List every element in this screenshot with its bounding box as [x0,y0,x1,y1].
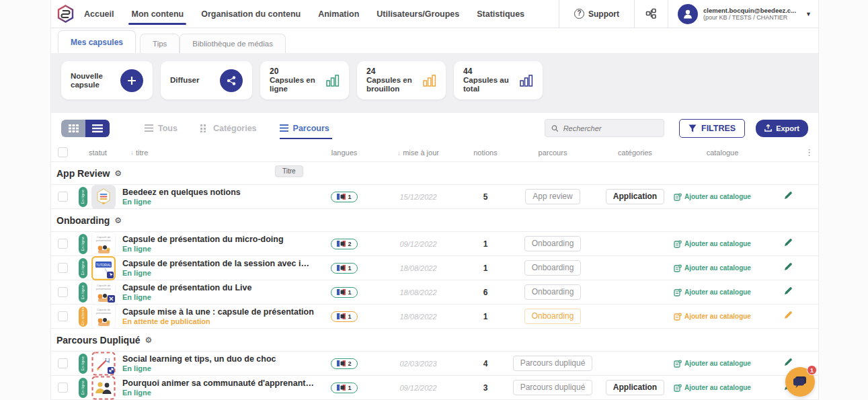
org-switch-button[interactable] [634,0,668,28]
capsule-info[interactable]: Capsule de présentation du Live En ligne [122,283,314,302]
nav-item-statistiques[interactable]: Statistiques [477,0,524,28]
add-to-catalog-link[interactable]: Ajouter au catalogue [674,360,771,368]
language-badge[interactable]: 1 [331,383,357,393]
column-catalogue[interactable]: catalogue [674,149,771,157]
stat-card-capsules-en-ligne[interactable]: 20 Capsules en ligne [260,61,349,99]
thumbnail[interactable]: TUTORIAL [91,256,122,280]
language-badge[interactable]: 2 [331,239,357,249]
capsule-title[interactable]: Pourquoi animer sa communauté d'apprenan… [122,378,314,388]
capsule-title[interactable]: Capsule de présentation de la session av… [122,259,314,268]
tab-mes-capsules[interactable]: Mes capsules [58,30,136,53]
stat-card-capsules-en-brouillon[interactable]: 24 Capsules en brouillon [357,61,446,99]
add-to-catalog-link[interactable]: Ajouter au catalogue [674,288,771,296]
scope-tab-parcours[interactable]: Parcours [280,113,329,143]
gear-icon[interactable]: ⚙ [114,169,122,178]
card-nouvelle-capsule[interactable]: Nouvelle capsule [61,61,153,99]
select-all-checkbox[interactable] [58,147,68,157]
capsule-title[interactable]: Capsule mise à la une : capsule de prése… [122,307,314,317]
edit-button[interactable] [783,286,793,298]
beedeez-logo[interactable] [51,5,84,23]
thumbnail[interactable] [91,185,122,209]
parcours-chip[interactable]: Parcours dupliqué [513,356,593,371]
column-parcours[interactable]: parcours [509,149,596,157]
row-checkbox[interactable] [58,263,68,273]
category-chip[interactable]: Application [606,189,664,204]
edit-button[interactable] [783,311,793,322]
grid-view-button[interactable] [61,120,85,137]
parcours-chip[interactable]: Onboarding [524,309,582,324]
row-checkbox[interactable] [58,239,68,249]
scope-tab-cat-gories[interactable]: Catégories [200,113,257,143]
gear-icon[interactable]: ⚙ [114,216,122,225]
nav-item-animation[interactable]: Animation [318,0,359,28]
stat-card-capsules-au-total[interactable]: 44 Capsules au total [454,61,543,99]
list-view-button[interactable] [85,120,110,137]
row-checkbox[interactable] [58,287,68,297]
thumbnail[interactable] [91,376,122,400]
add-to-catalog-link[interactable]: Ajouter au catalogue [674,264,771,272]
column-options-kebab-icon[interactable]: ⋮ [805,147,818,157]
capsule-info[interactable]: Capsule mise à la une : capsule de prése… [122,307,314,326]
thumbnail[interactable]: Capsule de présentation [91,280,122,305]
column-categories[interactable]: catégories [596,149,674,157]
user-menu[interactable]: clement.bocquin@beedeez.c... (pour KB / … [668,0,818,28]
parcours-chip[interactable]: Onboarding [524,260,582,276]
language-badge[interactable]: 1 [331,192,357,202]
tab-biblioth-que-de-m-dias[interactable]: Bibliothèque de médias [180,34,286,53]
parcours-chip[interactable]: App review [525,189,580,204]
chat-widget-button[interactable]: 1 [785,367,815,397]
plus-icon[interactable] [120,69,143,92]
status-pill: En ligne [79,258,87,278]
add-to-catalog-link[interactable]: Ajouter au catalogue [674,313,771,321]
nav-item-organisation-du-contenu[interactable]: Organisation du contenu [201,0,301,28]
nav-item-accueil[interactable]: Accueil [84,0,114,28]
capsule-title[interactable]: Social learning et tips, un duo de choc [122,354,314,364]
capsule-title[interactable]: Capsule de présentation du micro-doing [122,235,314,244]
thumbnail[interactable]: Capsule de présentation [91,305,122,329]
filtres-button[interactable]: FILTRES [679,119,745,138]
column-statut[interactable]: statut [74,149,122,157]
edit-button[interactable] [783,191,793,202]
capsule-info[interactable]: Capsule de présentation du micro-doing E… [122,235,314,253]
language-badge[interactable]: 1 [331,287,357,298]
nav-item-utilisateurs-groupes[interactable]: Utilisateurs/Groupes [377,0,459,28]
parcours-chip[interactable]: Onboarding [524,236,582,251]
thumbnail[interactable] [91,352,122,376]
parcours-chip[interactable]: Parcours dupliqué [513,380,593,395]
row-checkbox[interactable] [58,192,68,202]
column-notions[interactable]: notions [462,149,509,157]
thumbnail[interactable]: Capsule de présentation [91,232,122,256]
add-to-catalog-link[interactable]: Ajouter au catalogue [674,384,771,392]
edit-button[interactable] [783,262,793,274]
row-checkbox[interactable] [58,311,68,321]
capsule-title[interactable]: Beedeez en quelques notions [122,188,314,197]
language-badge[interactable]: 1 [331,263,357,274]
card-diffuser[interactable]: Diffuser [161,61,252,99]
share-icon[interactable] [220,69,243,92]
support-button[interactable]: ? Support [559,0,634,28]
column-langues[interactable]: langues [314,149,374,157]
capsule-title[interactable]: Capsule de présentation du Live [122,283,314,292]
language-badge[interactable]: 2 [331,358,357,369]
nav-item-mon-contenu[interactable]: Mon contenu [131,0,184,28]
tab-tips[interactable]: Tips [140,34,180,53]
scope-tab-tous[interactable]: Tous [145,113,177,143]
parcours-chip[interactable]: Onboarding [524,284,582,300]
add-to-catalog-link[interactable]: Ajouter au catalogue [674,240,771,248]
search-input[interactable] [563,124,658,132]
capsule-info[interactable]: Social learning et tips, un duo de choc … [122,354,314,373]
row-checkbox[interactable] [58,358,68,368]
capsule-info[interactable]: Capsule de présentation de la session av… [122,259,314,278]
gear-icon[interactable]: ⚙ [145,335,152,345]
column-titre[interactable]: ↓ titre [122,149,314,157]
edit-button[interactable] [783,358,793,369]
column-mise-a-jour[interactable]: ↓ mise à jour [374,149,462,157]
capsule-info[interactable]: Beedeez en quelques notions En ligne [122,188,314,206]
capsule-info[interactable]: Pourquoi animer sa communauté d'apprenan… [122,378,314,397]
export-button[interactable]: Export [756,120,808,137]
add-to-catalog-link[interactable]: Ajouter au catalogue [674,193,771,201]
category-chip[interactable]: Application [606,380,664,395]
edit-button[interactable] [783,238,793,249]
language-badge[interactable]: 1 [331,311,357,322]
row-checkbox[interactable] [58,383,68,393]
